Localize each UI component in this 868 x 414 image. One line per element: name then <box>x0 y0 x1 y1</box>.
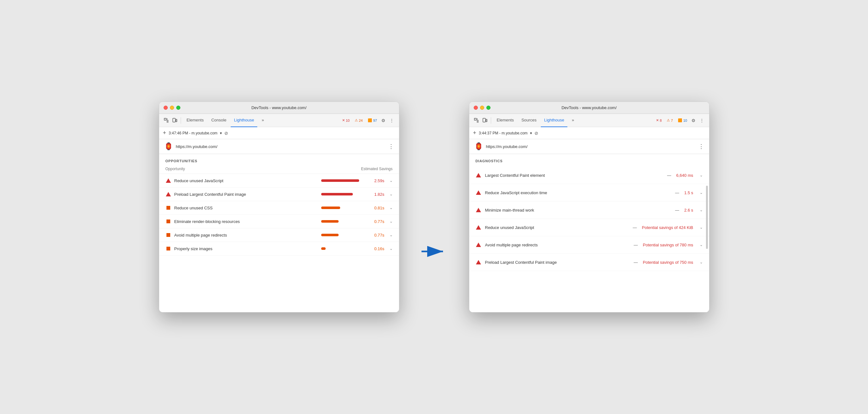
left-row-5-saving: 0.77s <box>369 233 384 237</box>
left-row-6-saving: 0.16s <box>369 246 384 251</box>
left-tab-lighthouse[interactable]: Lighthouse <box>231 114 257 127</box>
right-lh-url: https://m.youtube.com/ <box>486 144 695 149</box>
left-row-5-bar <box>321 234 339 236</box>
left-url-dropdown[interactable]: ▾ <box>220 131 222 135</box>
right-url-dropdown[interactable]: ▾ <box>530 131 532 135</box>
right-minimize-button[interactable] <box>480 106 484 110</box>
right-diag-row-6-chevron[interactable]: ⌄ <box>700 260 703 264</box>
left-row-5: Avoid multiple page redirects 0.77s ⌄ <box>159 228 399 242</box>
right-diag-row-3-value: 2.6 s <box>684 208 693 213</box>
right-close-button[interactable] <box>474 106 478 110</box>
left-row-4: Eliminate render-blocking resources 0.77… <box>159 215 399 228</box>
right-diag-row-2-label: Reduce JavaScript execution time <box>485 190 672 195</box>
left-row-6: Properly size images 0.16s ⌄ <box>159 242 399 256</box>
right-diag-row-1-chevron[interactable]: ⌄ <box>700 173 703 178</box>
right-section-title: DIAGNOSTICS <box>469 159 709 167</box>
right-diag-row-6-label: Preload Largest Contentful Paint image <box>485 260 630 265</box>
right-settings-icon[interactable] <box>690 117 697 124</box>
left-badge-info: 🟧 97 <box>366 118 378 123</box>
right-diag-row-3-dash: — <box>675 208 679 213</box>
right-new-tab-button[interactable]: + <box>473 130 476 136</box>
left-row-2: Preload Largest Contentful Paint image 1… <box>159 188 399 201</box>
right-diag-row-3-chevron[interactable]: ⌄ <box>700 208 703 212</box>
right-tab-sources[interactable]: Sources <box>518 114 540 127</box>
right-diag-row-3-label: Minimize main-thread work <box>485 208 672 213</box>
left-row-2-saving: 1.82s <box>369 192 384 197</box>
left-badge-warnings: ⚠ 24 <box>353 118 364 123</box>
right-diag-row-4-chevron[interactable]: ⌄ <box>700 225 703 230</box>
right-diag-row-6-value: Potential savings of 750 ms <box>643 260 693 265</box>
left-new-tab-button[interactable]: + <box>163 130 166 136</box>
left-row-4-saving: 0.77s <box>369 219 384 224</box>
right-scrollbar[interactable] <box>706 186 708 249</box>
right-diag-row-2-value: 1.5 s <box>684 190 693 195</box>
left-row-5-chevron[interactable]: ⌄ <box>390 233 393 237</box>
right-url-time: 3:44:37 PM - m.youtube.com <box>479 131 528 135</box>
svg-rect-0 <box>164 118 166 120</box>
right-no-throttle-icon[interactable]: ⊘ <box>534 131 538 136</box>
left-no-throttle-icon[interactable]: ⊘ <box>224 131 228 136</box>
right-diag-row-5-value: Potential savings of 780 ms <box>643 243 693 247</box>
left-lh-more-icon[interactable] <box>388 143 394 150</box>
left-lighthouse-icon: 🏮 <box>164 142 173 151</box>
right-tab-more[interactable]: » <box>569 114 577 127</box>
left-title-bar: DevTools - www.youtube.com/ <box>159 102 399 114</box>
left-row-1-label: Reduce unused JavaScript <box>174 179 318 183</box>
right-badge-warnings: ⚠ 7 <box>665 118 674 123</box>
right-diag-row-1-label: Largest Contentful Paint element <box>485 173 663 178</box>
right-diag-row-2-chevron[interactable]: ⌄ <box>700 190 703 195</box>
left-row-5-label: Avoid multiple page redirects <box>174 233 318 237</box>
left-more-options-icon[interactable] <box>388 117 395 124</box>
right-toolbar-sep-1 <box>491 117 491 124</box>
left-lh-header: 🏮 https://m.youtube.com/ <box>159 139 399 154</box>
right-diag-row-4-dash: — <box>633 225 637 230</box>
blue-arrow <box>422 245 447 258</box>
left-row-4-icon <box>165 219 171 224</box>
left-row-3: Reduce unused CSS 0.81s ⌄ <box>159 201 399 215</box>
right-diag-row-2-icon <box>475 190 481 195</box>
left-row-2-chevron[interactable]: ⌄ <box>390 192 393 196</box>
left-minimize-button[interactable] <box>170 106 174 110</box>
left-tab-elements[interactable]: Elements <box>184 114 207 127</box>
left-traffic-lights <box>164 106 180 110</box>
right-lh-header: 🏮 https://m.youtube.com/ <box>469 139 709 154</box>
left-toolbar-right: ✕ 10 ⚠ 24 🟧 97 <box>340 117 395 124</box>
left-device-icon[interactable] <box>171 117 178 124</box>
right-diag-row-2: Reduce JavaScript execution time — 1.5 s… <box>469 184 709 201</box>
left-row-2-label: Preload Largest Contentful Paint image <box>174 192 318 197</box>
left-row-1-icon <box>165 178 171 184</box>
left-toolbar: Elements Console Lighthouse » ✕ 10 ⚠ 24 … <box>159 114 399 127</box>
left-row-1-chevron[interactable]: ⌄ <box>390 179 393 183</box>
left-row-2-icon <box>165 191 171 197</box>
left-close-button[interactable] <box>164 106 168 110</box>
right-tab-lighthouse[interactable]: Lighthouse <box>541 114 567 127</box>
left-toolbar-sep-1 <box>181 117 181 124</box>
left-row-6-chevron[interactable]: ⌄ <box>390 246 393 251</box>
right-diag-row-5-dash: — <box>634 243 638 247</box>
right-diag-row-3-icon <box>475 207 481 213</box>
arrow-svg <box>422 245 447 258</box>
right-lh-more-icon[interactable] <box>699 143 704 150</box>
right-diag-row-5-label: Avoid multiple page redirects <box>485 243 630 247</box>
left-tab-more[interactable]: » <box>258 114 267 127</box>
right-inspect-icon[interactable] <box>473 117 480 124</box>
left-row-4-chevron[interactable]: ⌄ <box>390 219 393 224</box>
svg-rect-11 <box>486 119 487 122</box>
right-maximize-button[interactable] <box>486 106 491 110</box>
left-tab-console[interactable]: Console <box>208 114 230 127</box>
right-url-area: + 3:44:37 PM - m.youtube.com ▾ ⊘ <box>469 127 709 139</box>
left-row-3-icon <box>165 205 171 211</box>
left-url-time: 3:47:46 PM - m.youtube.com <box>169 131 217 135</box>
left-row-3-chevron[interactable]: ⌄ <box>390 205 393 210</box>
left-settings-icon[interactable] <box>380 117 387 124</box>
right-more-options-icon[interactable] <box>699 117 705 124</box>
right-diag-row-2-dash: — <box>675 190 679 195</box>
right-tab-elements[interactable]: Elements <box>494 114 517 127</box>
right-diag-row-1: Largest Contentful Paint element — 6,640… <box>469 167 709 184</box>
right-diag-row-4-value: Potential savings of 424 KiB <box>642 225 693 230</box>
left-row-4-bar <box>321 220 339 223</box>
left-inspect-icon[interactable] <box>163 117 170 124</box>
right-diag-row-5-chevron[interactable]: ⌄ <box>700 243 703 247</box>
right-device-icon[interactable] <box>481 117 488 124</box>
left-maximize-button[interactable] <box>176 106 180 110</box>
